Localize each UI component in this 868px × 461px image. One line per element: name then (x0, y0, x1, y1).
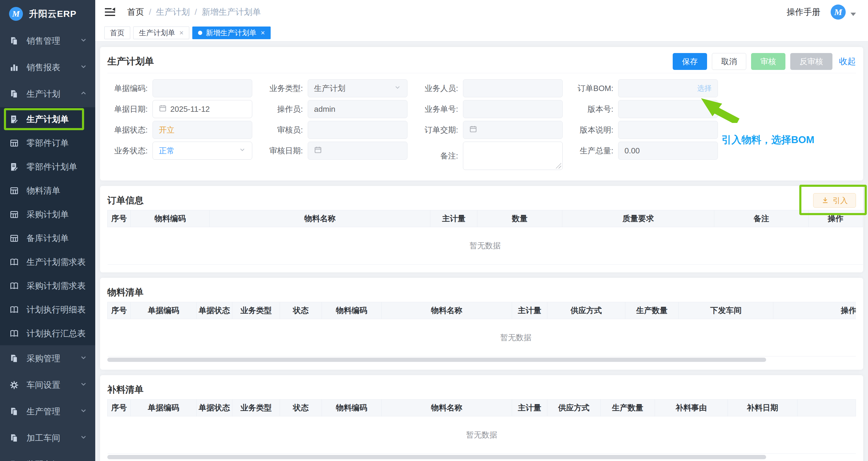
column-header: 物料名称 (381, 400, 512, 417)
sidebar-item-label: 计划执行明细表 (27, 304, 86, 315)
auditor-input (308, 121, 407, 139)
biz-person-input (463, 79, 563, 97)
scrollbar-thumb[interactable] (107, 455, 766, 459)
status-value: 开立 (159, 125, 175, 135)
page-content: 生产计划单 保存 取消 审核 反审核 收起 单据编码: 业务类型: (95, 41, 868, 461)
field-remark: 备注: (418, 142, 563, 170)
sidebar-item-parts-plan-order[interactable]: 零部件计划单 (0, 155, 95, 179)
save-button[interactable]: 保存 (673, 53, 707, 70)
import-button[interactable]: 引入 (813, 193, 856, 208)
sidebar-item-processing-workshop[interactable]: 加工车间 (0, 425, 95, 451)
field-biz-person: 业务人员: (418, 79, 563, 97)
sidebar-item-production-demand-report[interactable]: 生产计划需求表 (0, 250, 95, 274)
tab-label: 生产计划单 (139, 28, 175, 38)
sidebar-item-plan-exec-summary-report[interactable]: 计划执行汇总表 (0, 321, 95, 345)
sidebar-item-production-plan-order[interactable]: 生产计划单 (0, 107, 95, 131)
form-card: 生产计划单 保存 取消 审核 反审核 收起 单据编码: 业务类型: (100, 47, 863, 181)
sidebar-item-label: 采购管理 (27, 353, 60, 364)
sidebar-item-label: 零部件订单 (27, 137, 69, 149)
select-value: 正常 (159, 146, 175, 156)
import-label: 引入 (833, 195, 848, 206)
sidebar-item-parts-order[interactable]: 零部件订单 (0, 131, 95, 155)
field-doc-date: 单据日期: 2025-11-12 (107, 100, 252, 118)
field-label: 版本说明: (573, 125, 618, 135)
logo-icon: M (9, 7, 23, 21)
document-edit-icon (10, 115, 19, 124)
column-header: 序号 (107, 400, 131, 417)
field-label: 备注: (418, 151, 463, 161)
main-area: 首页 / 生产计划 / 新增生产计划单 操作手册 M 首页 生产计划单 × 新增… (95, 0, 868, 461)
column-header: 物料编码 (322, 400, 381, 417)
chevron-down-icon (394, 84, 401, 93)
sidebar-item-label: 加工车间 (27, 432, 60, 444)
field-biz-status: 业务状态: 正常 (107, 142, 252, 160)
breadcrumb-production-plan[interactable]: 生产计划 (156, 6, 190, 18)
column-header: 业务类型 (232, 400, 280, 417)
sidebar-item-purchase-mgmt[interactable]: 采购管理 (0, 345, 95, 372)
input-value: 0.00 (624, 146, 640, 155)
sidebar-item-purchase-plan-order[interactable]: 采购计划单 (0, 203, 95, 226)
column-header: 供应方式 (547, 400, 601, 417)
scrollbar-thumb[interactable] (107, 358, 766, 362)
sidebar-item-label: 生产计划 (27, 88, 60, 100)
field-label: 业务单号: (418, 104, 463, 115)
sidebar-item-sales-mgmt[interactable]: 销售管理 (0, 28, 95, 54)
tab-production-plan-order[interactable]: 生产计划单 × (133, 27, 189, 39)
section-title-material-list: 物料清单 (107, 286, 144, 299)
sidebar-item-label: 物料清单 (27, 185, 60, 196)
sidebar-item-material-list[interactable]: 物料清单 (0, 179, 95, 203)
column-header: 补料日期 (728, 400, 798, 417)
bom-select-link[interactable]: 选择 (697, 84, 712, 93)
cancel-button[interactable]: 取消 (712, 53, 746, 70)
doc-date-input[interactable]: 2025-11-12 (153, 100, 252, 118)
empty-state: 暂无数据 (107, 227, 863, 265)
field-label: 订单BOM: (573, 83, 618, 94)
sidebar-item-plan-exec-detail-report[interactable]: 计划执行明细表 (0, 298, 95, 321)
chevron-up-icon (80, 89, 87, 99)
close-icon[interactable]: × (261, 29, 265, 37)
breadcrumb-home[interactable]: 首页 (127, 6, 144, 18)
manual-link[interactable]: 操作手册 (786, 6, 820, 18)
date-value: 2025-11-12 (170, 104, 210, 114)
sidebar-item-label: 装配车间 (27, 459, 60, 461)
sidebar-item-sales-report[interactable]: 销售报表 (0, 54, 95, 81)
sidebar-item-label: 采购计划单 (27, 209, 69, 220)
calendar-icon (159, 104, 167, 114)
sidebar: M 升阳云ERP 销售管理 销售报表 生产计划 (0, 0, 95, 461)
field-version-desc: 版本说明: (573, 121, 718, 139)
close-icon[interactable]: × (179, 29, 184, 37)
tab-new-production-plan-order[interactable]: 新增生产计划单 × (192, 27, 271, 39)
sidebar-collapse-icon[interactable] (104, 7, 116, 18)
order-info-card: 订单信息 引入 序号 物料编码 (100, 186, 863, 272)
chevron-down-icon (80, 36, 87, 46)
sidebar-item-production-plan-group[interactable]: 生产计划 (0, 81, 95, 107)
replenish-list-card: 补料清单 序号 单据编码 单据状态 业务类型 (100, 375, 863, 461)
biz-status-select[interactable]: 正常 (153, 142, 252, 160)
field-total-qty: 生产总量: 0.00 (573, 142, 718, 160)
sidebar-item-label: 计划执行汇总表 (27, 328, 86, 339)
avatar[interactable]: M (831, 4, 846, 20)
tab-home[interactable]: 首页 (104, 27, 130, 39)
table-icon (10, 186, 19, 195)
column-header: 单据状态 (196, 400, 232, 417)
breadcrumb-current: 新增生产计划单 (202, 6, 261, 18)
user-menu-caret-icon[interactable] (850, 13, 856, 16)
remark-textarea[interactable] (463, 142, 563, 170)
column-header: 补料事由 (655, 400, 728, 417)
sidebar-item-stock-plan-order[interactable]: 备库计划单 (0, 226, 95, 250)
order-due-input (463, 121, 563, 139)
documents-icon (10, 89, 19, 99)
active-dot-icon (198, 31, 202, 35)
column-header: 状态 (280, 302, 322, 319)
tab-label: 首页 (110, 28, 124, 38)
breadcrumb-separator: / (149, 7, 151, 17)
collapse-link[interactable]: 收起 (839, 56, 856, 67)
form-actions: 保存 取消 审核 反审核 收起 (668, 53, 856, 70)
biz-type-select: 生产计划 (308, 79, 407, 97)
sidebar-item-purchase-demand-report[interactable]: 采购计划需求表 (0, 274, 95, 298)
sidebar-item-assembly-workshop[interactable]: 装配车间 (0, 451, 95, 461)
sidebar-item-workshop-settings[interactable]: 车间设置 (0, 372, 95, 398)
column-header: 生产数量 (625, 302, 679, 319)
sidebar-item-production-mgmt[interactable]: 生产管理 (0, 398, 95, 425)
book-icon (10, 329, 19, 338)
